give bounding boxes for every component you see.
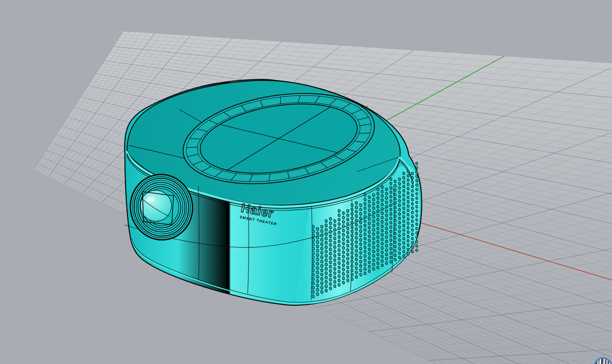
cad-3d-viewport[interactable]: Haier SMART THEATER	[0, 0, 612, 364]
